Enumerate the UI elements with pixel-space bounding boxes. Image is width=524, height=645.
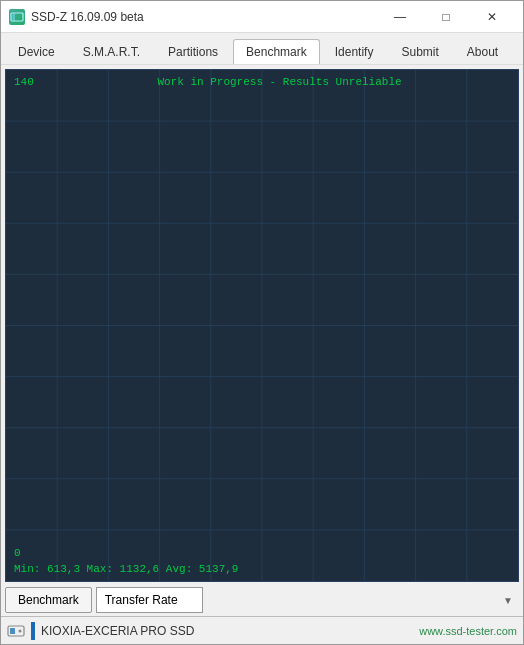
bottom-controls: Benchmark Transfer Rate Access Time IOPS… [1,584,523,616]
minimize-button[interactable]: — [377,1,423,33]
benchmark-button[interactable]: Benchmark [5,587,92,613]
chart-area: 140 Work in Progress - Results Unreliabl… [5,69,519,582]
tab-smart[interactable]: S.M.A.R.T. [70,39,153,64]
tab-identify[interactable]: Identify [322,39,387,64]
main-content: 140 Work in Progress - Results Unreliabl… [1,65,523,616]
status-bar: KIOXIA-EXCERIA PRO SSD www.ssd-tester.co… [1,616,523,644]
chart-y-max-label: 140 [14,76,49,88]
chart-warning-text: Work in Progress - Results Unreliable [49,76,510,88]
tab-about[interactable]: About [454,39,511,64]
tab-device[interactable]: Device [5,39,68,64]
drive-color-indicator [31,622,35,640]
transfer-rate-wrapper: Transfer Rate Access Time IOPS ▼ [96,587,519,613]
svg-rect-0 [11,13,23,21]
maximize-button[interactable]: □ [423,1,469,33]
close-button[interactable]: ✕ [469,1,515,33]
menu-bar: Device S.M.A.R.T. Partitions Benchmark I… [1,33,523,65]
website-label: www.ssd-tester.com [419,625,517,637]
tab-submit[interactable]: Submit [388,39,451,64]
transfer-rate-select[interactable]: Transfer Rate Access Time IOPS [96,587,203,613]
svg-rect-2 [12,15,14,17]
drive-name: KIOXIA-EXCERIA PRO SSD [41,624,413,638]
tab-benchmark[interactable]: Benchmark [233,39,320,64]
tab-partitions[interactable]: Partitions [155,39,231,64]
window-controls: — □ ✕ [377,1,515,33]
title-bar: SSD-Z 16.09.09 beta — □ ✕ [1,1,523,33]
chart-header: 140 Work in Progress - Results Unreliabl… [6,76,518,88]
svg-rect-3 [12,17,14,19]
chart-grid-svg [6,70,518,581]
app-window: SSD-Z 16.09.09 beta — □ ✕ Device S.M.A.R… [0,0,524,645]
chart-stats: Min: 613,3 Max: 1132,6 Avg: 5137,9 [14,563,238,575]
svg-rect-23 [10,628,15,634]
chart-y-min-label: 0 [14,547,21,559]
app-icon [9,9,25,25]
window-title: SSD-Z 16.09.09 beta [31,10,377,24]
status-icon [7,622,25,640]
svg-point-24 [19,629,22,632]
select-arrow-icon: ▼ [503,595,513,606]
